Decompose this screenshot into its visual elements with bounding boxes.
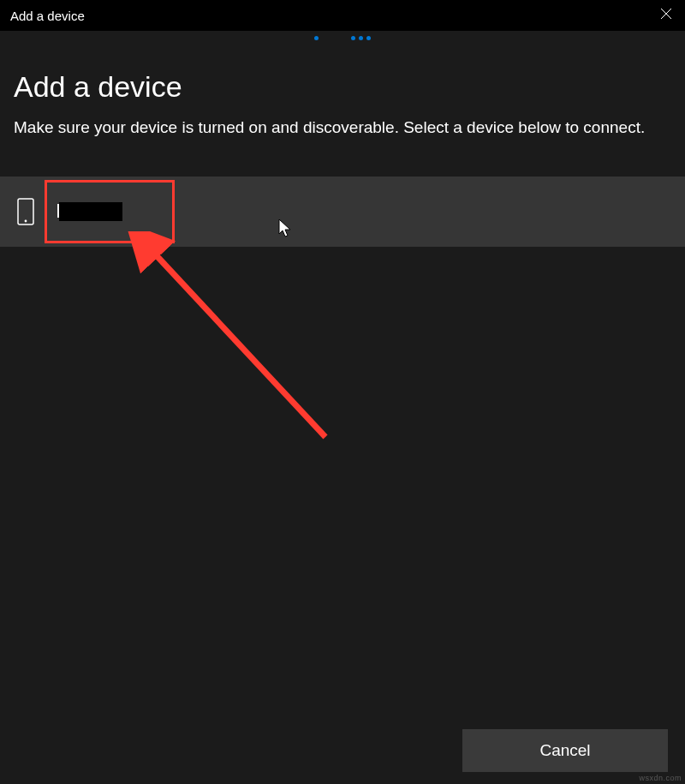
- svg-line-5: [150, 248, 325, 437]
- loading-indicator: [0, 36, 685, 45]
- loading-dot: [351, 36, 355, 40]
- dialog-content: Add a device Make sure your device is tu…: [0, 45, 685, 141]
- cancel-button[interactable]: Cancel: [462, 729, 668, 772]
- titlebar: Add a device: [0, 0, 685, 31]
- device-list-item[interactable]: [0, 177, 685, 247]
- loading-dot: [314, 36, 319, 40]
- svg-point-3: [25, 220, 27, 223]
- annotation-highlight-box: [45, 180, 175, 243]
- device-name-redacted: [59, 202, 122, 221]
- loading-dot: [366, 36, 371, 40]
- dialog-subheading: Make sure your device is turned on and d…: [14, 116, 671, 141]
- phone-icon: [15, 196, 36, 227]
- close-button[interactable]: [647, 0, 685, 31]
- dialog-footer: Cancel: [462, 729, 668, 772]
- window-title: Add a device: [10, 9, 85, 23]
- close-icon: [660, 8, 672, 23]
- watermark: wsxdn.com: [639, 774, 682, 782]
- dialog-heading: Add a device: [14, 70, 671, 104]
- annotation-arrow: [111, 231, 351, 463]
- loading-dot: [359, 36, 363, 40]
